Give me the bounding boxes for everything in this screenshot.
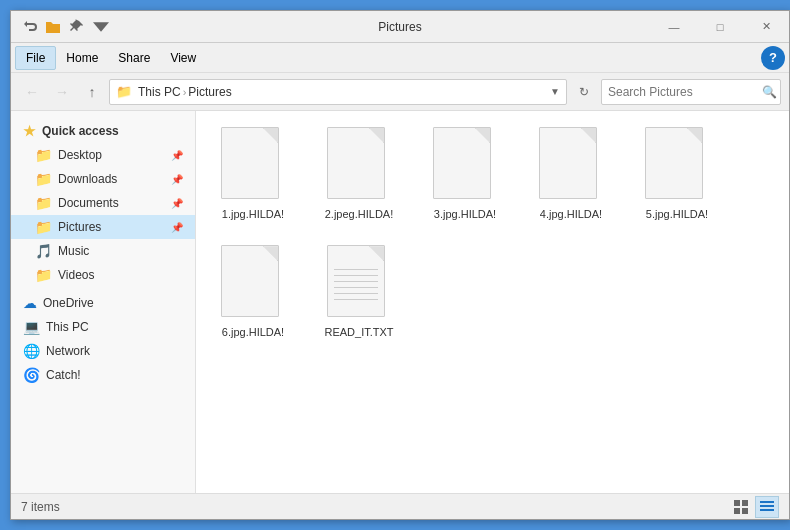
statusbar: 7 items	[11, 493, 789, 519]
star-icon: ★	[23, 123, 36, 139]
menu-home[interactable]: Home	[56, 47, 108, 69]
address-thispc[interactable]: This PC	[138, 85, 181, 99]
forward-button[interactable]: →	[49, 79, 75, 105]
undo-icon[interactable]	[19, 17, 39, 37]
address-folder-icon: 📁	[116, 84, 132, 99]
search-box[interactable]: 🔍	[601, 79, 781, 105]
folder-documents-icon: 📁	[35, 195, 52, 211]
folder-icon[interactable]	[43, 17, 63, 37]
sidebar-item-documents[interactable]: 📁 Documents 📌	[11, 191, 195, 215]
dropdown-icon[interactable]	[91, 17, 111, 37]
pin-pictures-icon: 📌	[171, 222, 183, 233]
file-item[interactable]: READ_IT.TXT	[314, 241, 404, 343]
svg-rect-6	[760, 509, 774, 511]
file-item[interactable]: 4.jpg.HILDA!	[526, 123, 616, 225]
file-page-6	[221, 245, 279, 317]
address-pictures[interactable]: Pictures	[188, 85, 231, 99]
sidebar-item-music-label: Music	[58, 244, 89, 258]
explorer-window: Pictures — □ ✕ File Home Share View ? ← …	[10, 10, 790, 520]
toolbar: ← → ↑ 📁 This PC › Pictures ▼ ↻ 🔍	[11, 73, 789, 111]
view-controls	[729, 496, 779, 518]
file-name-6: 6.jpg.HILDA!	[222, 325, 284, 339]
file-icon-2	[327, 127, 391, 203]
sidebar-item-thispc[interactable]: 💻 This PC	[11, 315, 195, 339]
file-page-1	[221, 127, 279, 199]
file-icon-5	[645, 127, 709, 203]
pin-documents-icon: 📌	[171, 198, 183, 209]
file-item[interactable]: 3.jpg.HILDA!	[420, 123, 510, 225]
address-bar[interactable]: 📁 This PC › Pictures ▼	[109, 79, 567, 105]
menu-file[interactable]: File	[15, 46, 56, 70]
sidebar-item-onedrive[interactable]: ☁ OneDrive	[11, 291, 195, 315]
quick-access-label: Quick access	[42, 124, 119, 138]
file-name-7: READ_IT.TXT	[324, 325, 393, 339]
search-icon[interactable]: 🔍	[762, 85, 777, 99]
svg-rect-2	[734, 508, 740, 514]
sidebar-item-network[interactable]: 🌐 Network	[11, 339, 195, 363]
svg-rect-0	[734, 500, 740, 506]
file-page-5	[645, 127, 703, 199]
file-item[interactable]: 1.jpg.HILDA!	[208, 123, 298, 225]
item-count: 7 items	[21, 500, 60, 514]
file-name-5: 5.jpg.HILDA!	[646, 207, 708, 221]
sidebar-item-pictures[interactable]: 📁 Pictures 📌	[11, 215, 195, 239]
catch-icon: 🌀	[23, 367, 40, 383]
svg-rect-5	[760, 505, 774, 507]
folder-desktop-icon: 📁	[35, 147, 52, 163]
quick-access-section: ★ Quick access 📁 Desktop 📌 📁 Downloads 📌…	[11, 119, 195, 287]
search-input[interactable]	[608, 85, 758, 99]
file-icon-6	[221, 245, 285, 321]
sidebar-item-videos-label: Videos	[58, 268, 94, 282]
close-button[interactable]: ✕	[743, 11, 789, 42]
file-item[interactable]: 5.jpg.HILDA!	[632, 123, 722, 225]
address-path: This PC › Pictures	[138, 85, 232, 99]
menu-view[interactable]: View	[160, 47, 206, 69]
refresh-button[interactable]: ↻	[571, 79, 597, 105]
address-dropdown-icon[interactable]: ▼	[550, 86, 560, 97]
help-button[interactable]: ?	[761, 46, 785, 70]
menu-share[interactable]: Share	[108, 47, 160, 69]
titlebar-icons	[19, 17, 111, 37]
folder-videos-icon: 📁	[35, 267, 52, 283]
pin-icon[interactable]	[67, 17, 87, 37]
up-button[interactable]: ↑	[79, 79, 105, 105]
file-icon-1	[221, 127, 285, 203]
thispc-icon: 💻	[23, 319, 40, 335]
sidebar-item-videos[interactable]: 📁 Videos	[11, 263, 195, 287]
file-icon-3	[433, 127, 497, 203]
details-view-button[interactable]	[755, 496, 779, 518]
large-icons-view-button[interactable]	[729, 496, 753, 518]
file-item[interactable]: 2.jpeg.HILDA!	[314, 123, 404, 225]
minimize-button[interactable]: —	[651, 11, 697, 42]
file-page-2	[327, 127, 385, 199]
file-name-3: 3.jpg.HILDA!	[434, 207, 496, 221]
sidebar-item-desktop[interactable]: 📁 Desktop 📌	[11, 143, 195, 167]
maximize-button[interactable]: □	[697, 11, 743, 42]
file-name-2: 2.jpeg.HILDA!	[325, 207, 393, 221]
back-button[interactable]: ←	[19, 79, 45, 105]
file-item[interactable]: 6.jpg.HILDA!	[208, 241, 298, 343]
folder-pictures-icon: 📁	[35, 219, 52, 235]
folder-music-icon: 🎵	[35, 243, 52, 259]
folder-downloads-icon: 📁	[35, 171, 52, 187]
address-sep1: ›	[183, 86, 187, 98]
sidebar-item-music[interactable]: 🎵 Music	[11, 239, 195, 263]
sidebar-item-network-label: Network	[46, 344, 90, 358]
svg-rect-1	[742, 500, 748, 506]
svg-rect-4	[760, 501, 774, 503]
file-page-4	[539, 127, 597, 199]
sidebar-item-pictures-label: Pictures	[58, 220, 101, 234]
sidebar-item-desktop-label: Desktop	[58, 148, 102, 162]
main-area: ★ Quick access 📁 Desktop 📌 📁 Downloads 📌…	[11, 111, 789, 493]
file-page-3	[433, 127, 491, 199]
pin-downloads-icon: 📌	[171, 174, 183, 185]
quick-access-heading[interactable]: ★ Quick access	[11, 119, 195, 143]
onedrive-icon: ☁	[23, 295, 37, 311]
file-page-7	[327, 245, 385, 317]
file-content: 1.jpg.HILDA! 2.jpeg.HILDA! 3.jpg.HILDA!	[196, 111, 789, 493]
sidebar-item-downloads[interactable]: 📁 Downloads 📌	[11, 167, 195, 191]
titlebar-controls: — □ ✕	[651, 11, 789, 42]
sidebar-item-catch-label: Catch!	[46, 368, 81, 382]
sidebar-item-catch[interactable]: 🌀 Catch!	[11, 363, 195, 387]
files-grid: 1.jpg.HILDA! 2.jpeg.HILDA! 3.jpg.HILDA!	[208, 123, 777, 344]
